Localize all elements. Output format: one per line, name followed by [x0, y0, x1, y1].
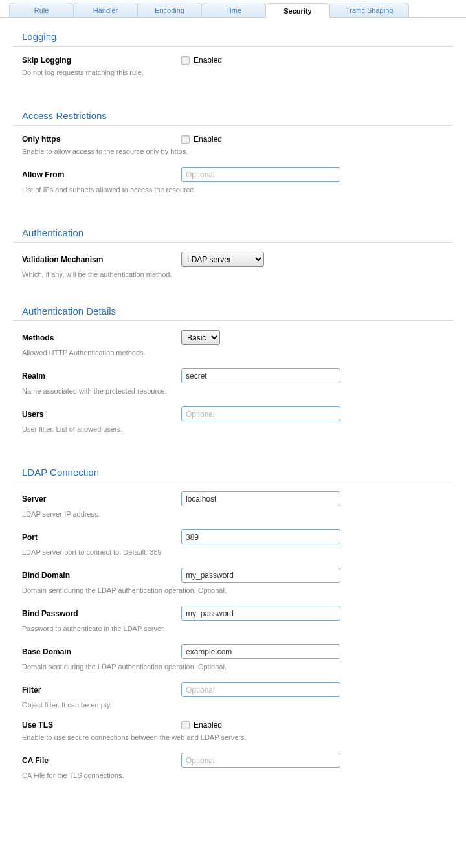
- tab-rule[interactable]: Rule: [9, 3, 74, 17]
- use-tls-desc: Enable to use secure connections between…: [22, 733, 453, 741]
- field-validation-mechanism: Validation Mechanism LDAP server Which, …: [13, 247, 453, 278]
- bind-domain-desc: Domain sent during the LDAP authenticati…: [22, 586, 453, 594]
- tab-traffic-shaping[interactable]: Traffic Shaping: [329, 3, 409, 17]
- base-domain-desc: Domain sent during the LDAP authenticati…: [22, 663, 453, 671]
- methods-select[interactable]: Basic: [181, 330, 220, 345]
- skip-logging-label: Skip Logging: [22, 56, 181, 65]
- tab-time[interactable]: Time: [201, 3, 266, 17]
- skip-logging-enabled-text: Enabled: [194, 56, 222, 65]
- bind-password-desc: Password to authenticate in the LDAP ser…: [22, 625, 453, 632]
- bind-domain-label: Bind Domain: [22, 571, 181, 580]
- use-tls-label: Use TLS: [22, 720, 181, 729]
- server-label: Server: [22, 495, 181, 504]
- field-users: Users User filter. List of allowed users…: [13, 401, 453, 433]
- field-ca-file: CA File CA File for the TLS connections.: [13, 748, 453, 779]
- use-tls-checkbox[interactable]: [181, 721, 190, 729]
- tab-bar: Rule Handler Encoding Time Security Traf…: [0, 0, 466, 18]
- field-use-tls: Use TLS Enabled Enable to use secure con…: [13, 715, 453, 741]
- tab-handler[interactable]: Handler: [73, 3, 138, 17]
- ca-file-desc: CA File for the TLS connections.: [22, 772, 453, 779]
- validation-mechanism-label: Validation Mechanism: [22, 255, 181, 264]
- ca-file-label: CA File: [22, 756, 181, 765]
- section-auth-details-title: Authentication Details: [13, 298, 453, 321]
- server-input[interactable]: [181, 491, 340, 506]
- allow-from-label: Allow From: [22, 170, 181, 179]
- field-bind-password: Bind Password Password to authenticate i…: [13, 601, 453, 632]
- field-allow-from: Allow From List of IPs and subnets allow…: [13, 162, 453, 194]
- content: Logging Skip Logging Enabled Do not log …: [0, 18, 466, 799]
- filter-input[interactable]: [181, 682, 340, 697]
- bind-domain-input[interactable]: [181, 568, 340, 583]
- ca-file-input[interactable]: [181, 753, 340, 768]
- server-desc: LDAP server IP address.: [22, 510, 453, 518]
- section-access-title: Access Restrictions: [13, 102, 453, 126]
- bind-password-label: Bind Password: [22, 609, 181, 618]
- section-logging-title: Logging: [13, 23, 453, 47]
- realm-desc: Name associated with the protected resou…: [22, 387, 453, 395]
- realm-label: Realm: [22, 372, 181, 381]
- field-skip-logging: Skip Logging Enabled Do not log requests…: [13, 50, 453, 76]
- filter-desc: Object filter. It can be empty.: [22, 701, 453, 709]
- field-base-domain: Base Domain Domain sent during the LDAP …: [13, 639, 453, 671]
- only-https-enabled-text: Enabled: [194, 135, 222, 144]
- field-methods: Methods Basic Allowed HTTP Authenticatio…: [13, 325, 453, 357]
- tab-encoding[interactable]: Encoding: [137, 3, 202, 17]
- bind-password-input[interactable]: [181, 606, 340, 621]
- methods-desc: Allowed HTTP Authentication methods.: [22, 349, 453, 357]
- field-only-https: Only https Enabled Enable to allow acces…: [13, 129, 453, 155]
- users-desc: User filter. List of allowed users.: [22, 425, 453, 433]
- realm-input[interactable]: [181, 368, 340, 383]
- filter-label: Filter: [22, 685, 181, 695]
- skip-logging-desc: Do not log requests matching this rule.: [22, 69, 453, 76]
- only-https-desc: Enable to allow access to the resource o…: [22, 148, 453, 155]
- users-input[interactable]: [181, 406, 340, 421]
- only-https-checkbox[interactable]: [181, 135, 190, 144]
- field-port: Port LDAP server port to connect to. Def…: [13, 524, 453, 556]
- port-label: Port: [22, 533, 181, 542]
- field-server: Server LDAP server IP address.: [13, 486, 453, 518]
- field-filter: Filter Object filter. It can be empty.: [13, 677, 453, 709]
- tab-security[interactable]: Security: [265, 3, 330, 18]
- section-ldap-title: LDAP Connection: [13, 459, 453, 482]
- section-auth-title: Authentication: [13, 219, 453, 243]
- methods-label: Methods: [22, 333, 181, 342]
- skip-logging-checkbox[interactable]: [181, 56, 190, 65]
- only-https-label: Only https: [22, 135, 181, 144]
- port-input[interactable]: [181, 529, 340, 544]
- field-realm: Realm Name associated with the protected…: [13, 363, 453, 395]
- use-tls-enabled-text: Enabled: [194, 720, 222, 729]
- users-label: Users: [22, 410, 181, 419]
- field-bind-domain: Bind Domain Domain sent during the LDAP …: [13, 562, 453, 594]
- allow-from-desc: List of IPs and subnets allowed to acces…: [22, 186, 453, 194]
- validation-mechanism-desc: Which, if any, will be the authenticatio…: [22, 271, 453, 278]
- base-domain-input[interactable]: [181, 644, 340, 659]
- base-domain-label: Base Domain: [22, 647, 181, 656]
- port-desc: LDAP server port to connect to. Default:…: [22, 548, 453, 556]
- validation-mechanism-select[interactable]: LDAP server: [181, 252, 264, 267]
- allow-from-input[interactable]: [181, 167, 340, 182]
